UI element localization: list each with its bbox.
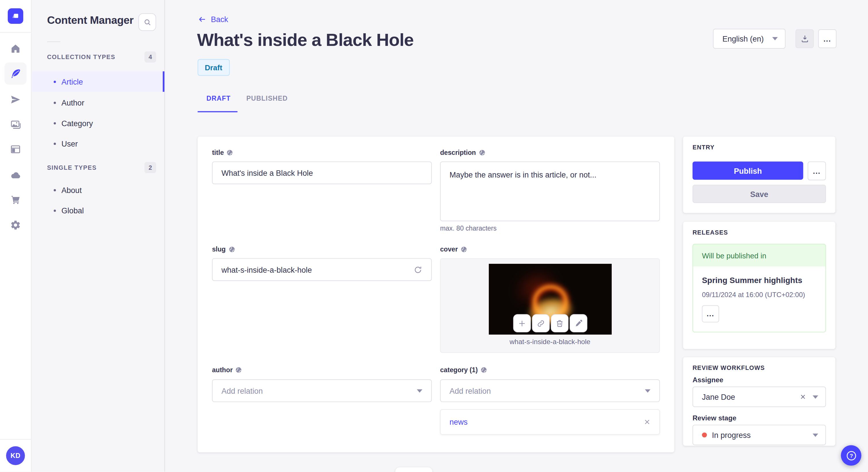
cart-icon [10, 194, 21, 205]
tab-published[interactable]: PUBLISHED [246, 95, 288, 102]
download-button[interactable] [795, 29, 814, 48]
chevron-down-icon [417, 389, 422, 393]
bottom-floating-element [395, 467, 432, 472]
release-date: 09/11/2024 at 16:00 (UTC+02:00) [702, 291, 805, 299]
sidebar-item-author[interactable]: Author [32, 92, 164, 113]
edit-form-card: title What's inside a Black Hole descrip… [197, 136, 674, 452]
review-stage-combobox[interactable]: In progress [693, 425, 826, 445]
trash-icon [555, 319, 564, 328]
chevron-down-icon [772, 37, 778, 40]
releases-panel: RELEASES Will be published in Spring Sum… [683, 222, 835, 349]
nav-marketplace-button[interactable] [4, 189, 26, 211]
author-relation-combobox[interactable]: Add relation [212, 379, 432, 402]
author-placeholder: Add relation [221, 386, 262, 395]
category-relation-item: news [440, 409, 660, 435]
sidebar-title: Content Manager [47, 14, 133, 26]
author-field-label: author [212, 366, 242, 374]
review-workflows-panel: REVIEW WORKFLOWS Assignee Jane Doe Revie… [683, 357, 835, 446]
sidebar-item-label: Author [61, 98, 84, 107]
sidebar-item-label: Category [61, 119, 93, 128]
search-icon [143, 18, 152, 26]
stage-status-dot [702, 432, 707, 437]
assignee-combobox[interactable]: Jane Doe [693, 386, 826, 407]
nav-deploy-button[interactable] [4, 89, 26, 111]
nav-cloud-button[interactable] [4, 164, 26, 186]
category-label-text: category (1) [440, 366, 477, 374]
user-avatar[interactable]: KD [6, 446, 25, 465]
entry-more-button[interactable]: ... [808, 162, 826, 180]
nav-media-library-button[interactable] [4, 113, 26, 135]
tab-draft[interactable]: DRAFT [206, 95, 230, 102]
cover-delete-button[interactable] [551, 314, 569, 332]
slug-input-value: what-s-inside-a-black-hole [221, 265, 312, 274]
back-link[interactable]: Back [197, 15, 228, 24]
svg-text:?: ? [849, 452, 853, 459]
sidebar-item-global[interactable]: Global [32, 200, 164, 221]
entry-panel: ENTRY Publish ... Save [683, 136, 835, 213]
status-badge: Draft [197, 59, 229, 76]
help-fab-button[interactable]: ? [841, 445, 861, 465]
clear-assignee-x-icon[interactable] [800, 394, 806, 400]
cover-copy-link-button[interactable] [532, 314, 550, 332]
release-more-button[interactable]: ... [702, 305, 719, 323]
nav-home-button[interactable] [4, 38, 26, 60]
sidebar-divider [47, 42, 60, 42]
bullet-icon [54, 80, 56, 83]
bullet-icon [54, 122, 56, 124]
paper-plane-icon [10, 94, 21, 105]
chevron-down-icon [645, 389, 650, 393]
bullet-icon [54, 102, 56, 104]
title-label-text: title [212, 149, 224, 157]
nav-settings-button[interactable] [4, 214, 26, 236]
release-name[interactable]: Spring Summer highlights [702, 276, 802, 285]
publish-button[interactable]: Publish [693, 162, 803, 180]
arrow-left-icon [197, 15, 206, 24]
bullet-icon [54, 189, 56, 191]
single-types-section-header: SINGLE TYPES 2 [32, 161, 164, 174]
title-input[interactable]: What's inside a Black Hole [212, 162, 432, 184]
description-field-label: description [440, 149, 485, 157]
regenerate-icon[interactable] [414, 265, 423, 274]
single-types-count-badge: 2 [144, 162, 156, 173]
content-manager-sidebar: Content Manager COLLECTION TYPES 4 Artic… [32, 0, 165, 472]
cover-action-toolbar [513, 314, 587, 332]
nav-content-type-builder-button[interactable] [4, 138, 26, 160]
sidebar-item-category[interactable]: Category [32, 113, 164, 133]
releases-panel-heading: RELEASES [693, 229, 728, 235]
globe-icon [480, 367, 487, 373]
remove-relation-x-icon[interactable] [644, 419, 650, 425]
collection-types-count-badge: 4 [144, 51, 156, 63]
sidebar-item-about[interactable]: About [32, 180, 164, 200]
save-button[interactable]: Save [693, 185, 826, 203]
sidebar-item-label: About [61, 186, 82, 194]
sidebar-item-user[interactable]: User [32, 133, 164, 154]
slug-input[interactable]: what-s-inside-a-black-hole [212, 258, 432, 281]
description-helper-text: max. 80 characters [440, 225, 497, 232]
globe-icon [479, 149, 485, 156]
sidebar-item-article[interactable]: Article [32, 71, 164, 92]
nav-content-manager-button[interactable] [4, 63, 26, 85]
cover-add-button[interactable] [513, 314, 531, 332]
locale-select[interactable]: English (en) [713, 29, 786, 48]
description-textarea[interactable]: Maybe the answer is in this article, or … [440, 162, 660, 221]
category-relation-combobox[interactable]: Add relation [440, 379, 660, 402]
cover-edit-button[interactable] [569, 314, 587, 332]
globe-icon [461, 246, 467, 252]
page-title: What's inside a Black Hole [197, 30, 414, 50]
layout-icon [10, 144, 21, 155]
header-more-button[interactable]: ... [818, 29, 836, 48]
link-icon [536, 319, 546, 328]
download-icon [800, 34, 809, 43]
relation-news-link[interactable]: news [450, 417, 468, 427]
question-mark-icon: ? [845, 449, 857, 461]
title-input-value: What's inside a Black Hole [221, 168, 313, 177]
bullet-icon [54, 209, 56, 212]
feather-icon [10, 68, 21, 79]
pencil-icon [574, 319, 583, 328]
home-icon [10, 43, 21, 54]
assignee-label: Assignee [693, 376, 723, 384]
title-field-label: title [212, 149, 234, 157]
review-stage-label: Review stage [693, 414, 737, 422]
strapi-logo[interactable] [8, 8, 23, 24]
sidebar-search-button[interactable] [138, 13, 156, 31]
